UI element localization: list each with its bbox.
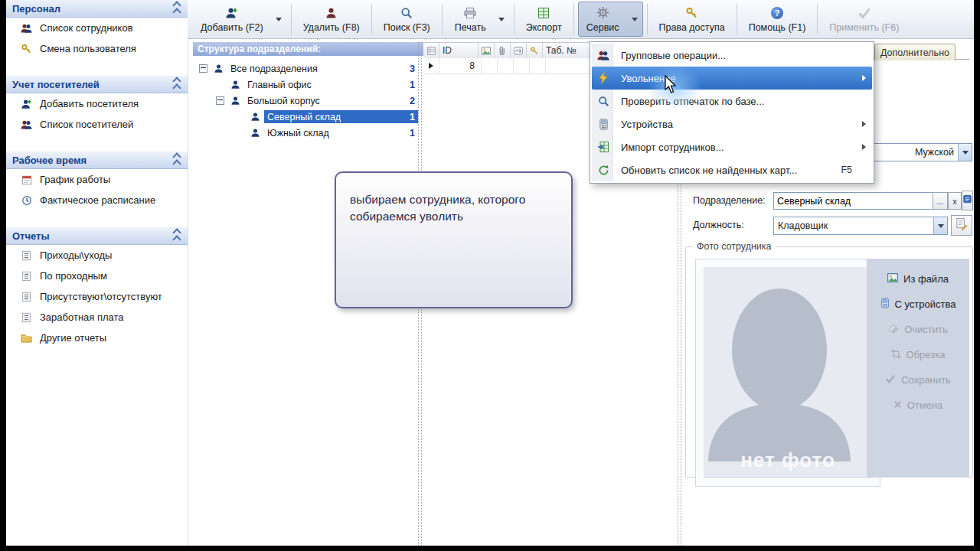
menu-item-label: Обновить список не найденных карт... [621,165,797,176]
apply-button-label: Применить (F6) [829,22,899,33]
menu-item-check-fingerprint[interactable]: Проверить отпечаток по базе... [592,90,872,112]
sidebar-item-change-user[interactable]: Смена пользователя [6,38,188,59]
item-label: Фактическое расписание [40,194,155,206]
add-button[interactable]: Добавить (F2) [193,2,271,36]
department-card-button[interactable] [962,191,973,210]
collapse-chevrons-icon[interactable] [174,78,180,91]
sidebar-section-worktime[interactable]: Рабочее время [6,152,188,169]
access-rights-button[interactable]: Права доступа [652,4,733,35]
dropdown-button[interactable] [958,144,972,161]
sidebar-section-personnel[interactable]: Персонал [6,0,188,18]
section-title: Рабочее время [12,155,87,166]
tree-node-north-warehouse[interactable]: Северный склад1 [193,109,418,125]
sidebar-item-add-visitor[interactable]: Добавить посетителя [6,93,188,114]
search-button[interactable]: Поиск (F3) [376,4,438,35]
photo-cancel-button[interactable]: Отмена [867,393,969,418]
submenu-arrow-icon [862,121,866,127]
sidebar-item-visitor-list[interactable]: Список посетителей [6,114,188,135]
tree-node-big-building[interactable]: Большой корпус2 [193,93,418,109]
collapse-expander-icon[interactable] [199,64,207,73]
sidebar-section-visitors[interactable]: Учет посетителей [6,76,188,93]
department-input[interactable] [773,192,938,210]
department-browse-button[interactable]: ... [933,192,948,210]
devices-icon [596,116,611,132]
menu-shortcut: F5 [841,165,852,175]
tree-node-all-departments[interactable]: Все подразделения3 [193,60,418,77]
add-dropdown-arrow[interactable] [271,2,286,36]
menu-item-import-employees[interactable]: Импорт сотрудников... [592,135,872,158]
print-button[interactable]: Печать [447,2,494,36]
search-icon [400,6,413,20]
key-icon [685,6,698,20]
item-label: Приходы\уходы [40,249,112,261]
key-column-icon[interactable] [527,43,543,58]
collapse-chevrons-icon[interactable] [174,230,180,243]
card-column-icon[interactable] [511,43,527,58]
grid-column-id[interactable]: ID [439,43,479,58]
menu-item-group-operations[interactable]: Групповые операции... [592,44,872,67]
menu-item-dismissal[interactable]: Увольнение [592,67,872,90]
collapse-chevrons-icon[interactable] [174,2,180,15]
photo-from-file-button[interactable]: Из файла [867,266,969,292]
sidebar-item-other-reports[interactable]: Другие отчеты [6,328,188,348]
collapse-expander-icon[interactable] [216,96,224,105]
service-menu: Групповые операции... Увольнение Провери… [590,41,874,184]
menu-item-devices[interactable]: Устройства [592,112,872,135]
sidebar-item-arrivals-report[interactable]: Приходы\уходы [6,245,188,266]
button-label: Обрезка [906,349,946,360]
chevron-down-icon [276,18,282,21]
person-icon [249,128,261,138]
item-label: Добавить посетителя [40,98,139,109]
tree-node-count: 3 [410,64,415,74]
person-icon [249,112,261,122]
toolbar-separator [291,4,292,34]
submenu-arrow-icon [862,75,866,81]
photo-column-icon[interactable] [479,43,495,58]
sidebar-item-work-schedule[interactable]: График работы [6,169,188,190]
sidebar-item-presence-report[interactable]: Присутствуют\отсутствуют [6,286,188,307]
service-dropdown-arrow[interactable] [627,2,642,36]
button-label: Отмена [907,399,943,411]
sidebar-item-employee-list[interactable]: Список сотрудников [6,18,188,38]
help-button[interactable]: Помощь (F1) [741,4,814,35]
dropdown-button[interactable] [933,217,947,234]
letterbox-bottom [0,546,980,551]
tree-node-south-warehouse[interactable]: Южный склад1 [193,125,418,141]
position-edit-button[interactable] [951,215,972,236]
employee-photo: нет фото [695,259,880,487]
delete-button[interactable]: Удалить (F8) [296,4,368,35]
photo-group-title: Фото сотрудника [693,241,776,252]
apply-button[interactable]: Применить (F6) [822,4,906,35]
sidebar-item-actual-schedule[interactable]: Фактическое расписание [6,190,188,210]
refresh-icon [596,162,611,178]
menu-item-label: Устройства [621,119,673,130]
user-add-icon [20,97,33,110]
chevron-down-icon [632,18,638,21]
item-label: Присутствуют\отсутствуют [40,291,162,302]
cell-id[interactable]: 8 [439,58,482,73]
photo-from-device-button[interactable]: С устройства [867,292,969,317]
attachment-column-icon[interactable] [495,43,511,58]
gender-select[interactable]: Мужской [867,143,972,161]
position-select[interactable]: Кладовщик [773,217,948,235]
toolbar-separator [442,4,443,34]
sidebar-item-checkpoints-report[interactable]: По проходным [6,266,188,286]
sidebar-section-reports[interactable]: Отчеты [6,227,188,245]
department-clear-button[interactable]: x [948,192,962,210]
tree-node-main-office[interactable]: Главный офис1 [193,77,418,93]
sidebar-item-salary-report[interactable]: Заработная плата [6,307,188,328]
photo-clear-button[interactable]: Очистить [867,317,969,342]
gender-value: Мужской [868,147,958,158]
sidebar: Персонал Список сотрудников Смена пользо… [6,0,188,546]
export-button[interactable]: Экспорт [518,4,570,35]
menu-item-refresh-cards[interactable]: Обновить список не найденных карт... F5 [592,158,872,181]
print-dropdown-arrow[interactable] [494,2,509,36]
photo-save-button[interactable]: Сохранить [867,367,969,393]
collapse-chevrons-icon[interactable] [174,154,180,167]
photo-crop-button[interactable]: Обрезка [867,342,969,367]
cell-key [530,58,546,73]
tree-node-label: Все подразделения [230,64,318,74]
service-button[interactable]: Сервис [579,2,627,36]
check-icon [858,6,871,20]
tab-additional[interactable]: Дополнительно [874,44,956,60]
